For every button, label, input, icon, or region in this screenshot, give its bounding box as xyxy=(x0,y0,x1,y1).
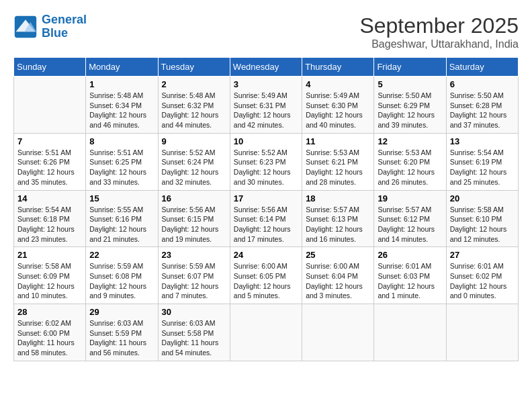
day-number: 10 xyxy=(234,136,298,146)
day-info: Sunrise: 5:54 AM Sunset: 6:18 PM Dayligh… xyxy=(17,205,82,244)
weekday-header-cell: Friday xyxy=(374,58,446,77)
day-info: Sunrise: 5:51 AM Sunset: 6:25 PM Dayligh… xyxy=(89,148,154,187)
day-number: 11 xyxy=(306,136,370,146)
calendar-cell: 3Sunrise: 5:49 AM Sunset: 6:31 PM Daylig… xyxy=(230,77,302,134)
day-number: 14 xyxy=(17,193,82,203)
day-number: 30 xyxy=(162,307,226,317)
weekday-header-row: SundayMondayTuesdayWednesdayThursdayFrid… xyxy=(14,58,519,77)
day-info: Sunrise: 5:59 AM Sunset: 6:08 PM Dayligh… xyxy=(89,261,154,301)
calendar-week-row: 7Sunrise: 5:51 AM Sunset: 6:26 PM Daylig… xyxy=(14,133,519,190)
calendar-cell: 24Sunrise: 6:00 AM Sunset: 6:05 PM Dayli… xyxy=(230,247,302,304)
calendar-cell: 6Sunrise: 5:50 AM Sunset: 6:28 PM Daylig… xyxy=(446,77,518,134)
logo-line1: General xyxy=(42,13,87,26)
logo-line2: Blue xyxy=(42,26,68,40)
calendar-cell: 4Sunrise: 5:49 AM Sunset: 6:30 PM Daylig… xyxy=(302,77,374,134)
calendar-cell: 8Sunrise: 5:51 AM Sunset: 6:25 PM Daylig… xyxy=(86,133,158,190)
day-number: 8 xyxy=(89,136,154,146)
calendar-cell: 15Sunrise: 5:55 AM Sunset: 6:16 PM Dayli… xyxy=(86,190,158,247)
day-info: Sunrise: 6:03 AM Sunset: 5:59 PM Dayligh… xyxy=(89,318,154,358)
day-info: Sunrise: 6:00 AM Sunset: 6:05 PM Dayligh… xyxy=(234,261,298,301)
day-info: Sunrise: 5:58 AM Sunset: 6:10 PM Dayligh… xyxy=(450,205,515,244)
day-number: 24 xyxy=(234,250,298,260)
day-info: Sunrise: 5:57 AM Sunset: 6:13 PM Dayligh… xyxy=(306,205,370,244)
day-number: 17 xyxy=(234,193,298,203)
calendar-cell: 19Sunrise: 5:57 AM Sunset: 6:12 PM Dayli… xyxy=(374,190,446,247)
day-info: Sunrise: 5:54 AM Sunset: 6:19 PM Dayligh… xyxy=(450,148,515,187)
day-info: Sunrise: 6:03 AM Sunset: 5:58 PM Dayligh… xyxy=(162,318,226,358)
day-number: 25 xyxy=(306,250,370,260)
day-info: Sunrise: 5:53 AM Sunset: 6:20 PM Dayligh… xyxy=(378,148,442,187)
day-number: 13 xyxy=(450,136,515,146)
day-info: Sunrise: 6:02 AM Sunset: 6:00 PM Dayligh… xyxy=(17,318,82,358)
day-info: Sunrise: 5:57 AM Sunset: 6:12 PM Dayligh… xyxy=(378,205,442,244)
day-number: 4 xyxy=(306,79,370,89)
calendar-cell: 28Sunrise: 6:02 AM Sunset: 6:00 PM Dayli… xyxy=(14,304,86,361)
day-info: Sunrise: 5:55 AM Sunset: 6:16 PM Dayligh… xyxy=(89,205,154,244)
day-number: 29 xyxy=(89,307,154,317)
day-number: 23 xyxy=(162,250,226,260)
weekday-header-cell: Saturday xyxy=(446,58,518,77)
calendar-cell: 20Sunrise: 5:58 AM Sunset: 6:10 PM Dayli… xyxy=(446,190,518,247)
day-number: 7 xyxy=(17,136,82,146)
day-info: Sunrise: 6:01 AM Sunset: 6:03 PM Dayligh… xyxy=(378,261,442,301)
day-info: Sunrise: 5:49 AM Sunset: 6:31 PM Dayligh… xyxy=(234,91,298,130)
day-number: 22 xyxy=(89,250,154,260)
day-info: Sunrise: 5:56 AM Sunset: 6:14 PM Dayligh… xyxy=(234,205,298,244)
day-info: Sunrise: 5:56 AM Sunset: 6:15 PM Dayligh… xyxy=(162,205,226,244)
day-info: Sunrise: 5:49 AM Sunset: 6:30 PM Dayligh… xyxy=(306,91,370,130)
calendar-cell xyxy=(230,304,302,361)
weekday-header-cell: Thursday xyxy=(302,58,374,77)
calendar-cell xyxy=(14,77,86,134)
calendar-cell: 7Sunrise: 5:51 AM Sunset: 6:26 PM Daylig… xyxy=(14,133,86,190)
header: General Blue September 2025 Bageshwar, U… xyxy=(13,13,519,50)
calendar-week-row: 28Sunrise: 6:02 AM Sunset: 6:00 PM Dayli… xyxy=(14,304,519,361)
calendar-cell: 12Sunrise: 5:53 AM Sunset: 6:20 PM Dayli… xyxy=(374,133,446,190)
title-area: September 2025 Bageshwar, Uttarakhand, I… xyxy=(359,13,519,50)
calendar-cell: 1Sunrise: 5:48 AM Sunset: 6:34 PM Daylig… xyxy=(86,77,158,134)
logo-text: General Blue xyxy=(42,13,87,40)
day-number: 1 xyxy=(89,79,154,89)
calendar-week-row: 21Sunrise: 5:58 AM Sunset: 6:09 PM Dayli… xyxy=(14,247,519,304)
calendar-cell: 14Sunrise: 5:54 AM Sunset: 6:18 PM Dayli… xyxy=(14,190,86,247)
day-info: Sunrise: 6:01 AM Sunset: 6:02 PM Dayligh… xyxy=(450,261,515,301)
calendar-week-row: 1Sunrise: 5:48 AM Sunset: 6:34 PM Daylig… xyxy=(14,77,519,134)
day-number: 27 xyxy=(450,250,515,260)
day-number: 21 xyxy=(17,250,82,260)
calendar-cell: 16Sunrise: 5:56 AM Sunset: 6:15 PM Dayli… xyxy=(158,190,230,247)
weekday-header-cell: Sunday xyxy=(14,58,86,77)
day-number: 26 xyxy=(378,250,442,260)
day-number: 12 xyxy=(378,136,442,146)
day-info: Sunrise: 5:53 AM Sunset: 6:21 PM Dayligh… xyxy=(306,148,370,187)
day-info: Sunrise: 5:48 AM Sunset: 6:34 PM Dayligh… xyxy=(89,91,154,130)
calendar-cell: 2Sunrise: 5:48 AM Sunset: 6:32 PM Daylig… xyxy=(158,77,230,134)
calendar-cell: 30Sunrise: 6:03 AM Sunset: 5:58 PM Dayli… xyxy=(158,304,230,361)
logo-icon xyxy=(13,15,38,39)
day-info: Sunrise: 6:00 AM Sunset: 6:04 PM Dayligh… xyxy=(306,261,370,301)
day-number: 28 xyxy=(17,307,82,317)
calendar-cell: 29Sunrise: 6:03 AM Sunset: 5:59 PM Dayli… xyxy=(86,304,158,361)
calendar-cell: 18Sunrise: 5:57 AM Sunset: 6:13 PM Dayli… xyxy=(302,190,374,247)
calendar-cell: 10Sunrise: 5:52 AM Sunset: 6:23 PM Dayli… xyxy=(230,133,302,190)
day-number: 9 xyxy=(162,136,226,146)
weekday-header-cell: Tuesday xyxy=(158,58,230,77)
calendar-cell: 21Sunrise: 5:58 AM Sunset: 6:09 PM Dayli… xyxy=(14,247,86,304)
calendar-cell: 9Sunrise: 5:52 AM Sunset: 6:24 PM Daylig… xyxy=(158,133,230,190)
day-info: Sunrise: 5:50 AM Sunset: 6:28 PM Dayligh… xyxy=(450,91,515,130)
calendar-cell: 22Sunrise: 5:59 AM Sunset: 6:08 PM Dayli… xyxy=(86,247,158,304)
location-title: Bageshwar, Uttarakhand, India xyxy=(359,38,519,50)
day-number: 15 xyxy=(89,193,154,203)
calendar-body: 1Sunrise: 5:48 AM Sunset: 6:34 PM Daylig… xyxy=(14,77,519,361)
day-number: 20 xyxy=(450,193,515,203)
calendar-cell: 5Sunrise: 5:50 AM Sunset: 6:29 PM Daylig… xyxy=(374,77,446,134)
day-info: Sunrise: 5:48 AM Sunset: 6:32 PM Dayligh… xyxy=(162,91,226,130)
day-info: Sunrise: 5:58 AM Sunset: 6:09 PM Dayligh… xyxy=(17,261,82,301)
month-title: September 2025 xyxy=(359,13,519,38)
weekday-header-cell: Monday xyxy=(86,58,158,77)
day-number: 6 xyxy=(450,79,515,89)
calendar-cell: 13Sunrise: 5:54 AM Sunset: 6:19 PM Dayli… xyxy=(446,133,518,190)
day-number: 18 xyxy=(306,193,370,203)
calendar-cell xyxy=(446,304,518,361)
logo: General Blue xyxy=(13,13,87,40)
day-number: 19 xyxy=(378,193,442,203)
day-info: Sunrise: 5:50 AM Sunset: 6:29 PM Dayligh… xyxy=(378,91,442,130)
